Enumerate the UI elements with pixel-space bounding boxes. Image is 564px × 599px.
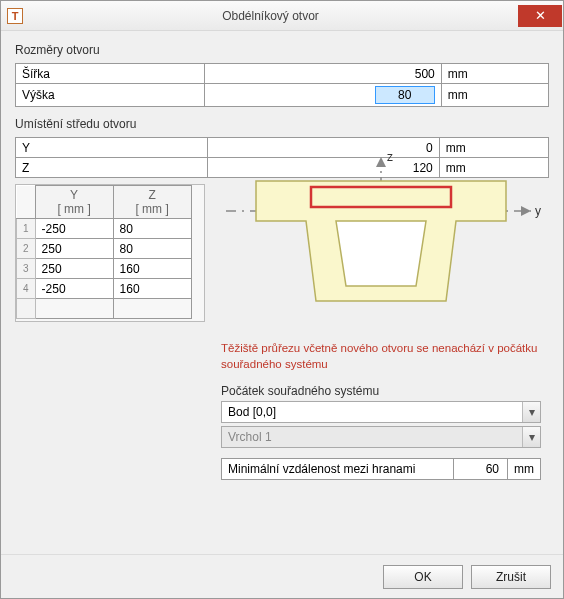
row-num bbox=[17, 299, 36, 319]
coord-header-y: Y [ mm ] bbox=[35, 186, 113, 219]
cell-y[interactable]: -250 bbox=[35, 219, 113, 239]
table-empty-row[interactable] bbox=[17, 299, 192, 319]
height-row: Výška mm bbox=[16, 84, 549, 107]
height-value-cell[interactable] bbox=[204, 84, 441, 107]
chevron-down-icon: ▾ bbox=[522, 427, 540, 447]
table-row[interactable]: 4 -250 160 bbox=[17, 279, 192, 299]
dimensions-section-label: Rozměry otvoru bbox=[15, 43, 549, 57]
width-input[interactable] bbox=[211, 67, 435, 81]
cell-z[interactable]: 80 bbox=[113, 219, 191, 239]
vertex-combo-value: Vrchol 1 bbox=[222, 430, 522, 444]
origin-combo-value: Bod [0,0] bbox=[222, 405, 522, 419]
close-icon: ✕ bbox=[535, 8, 546, 23]
chevron-down-icon: ▾ bbox=[522, 402, 540, 422]
cancel-button[interactable]: Zrušit bbox=[471, 565, 551, 589]
width-value-cell[interactable] bbox=[204, 64, 441, 84]
cell-y[interactable]: 250 bbox=[35, 239, 113, 259]
svg-marker-3 bbox=[376, 157, 386, 167]
dimensions-table: Šířka mm Výška mm bbox=[15, 63, 549, 107]
table-row[interactable]: 1 -250 80 bbox=[17, 219, 192, 239]
height-input[interactable] bbox=[375, 86, 435, 104]
window-title: Obdélníkový otvor bbox=[23, 9, 518, 23]
app-icon: T bbox=[7, 8, 23, 24]
cell-z[interactable]: 160 bbox=[113, 259, 191, 279]
width-row: Šířka mm bbox=[16, 64, 549, 84]
axis-z-label: z bbox=[387, 151, 393, 164]
center-y-label: Y bbox=[16, 138, 208, 158]
cell-y[interactable] bbox=[35, 299, 113, 319]
coord-table-wrap: Y [ mm ] Z [ mm ] 1 -250 80 2 250 8 bbox=[15, 184, 205, 322]
diagram-svg: y z bbox=[221, 151, 541, 331]
cell-z[interactable]: 160 bbox=[113, 279, 191, 299]
coord-header-z: Z [ mm ] bbox=[113, 186, 191, 219]
center-z-label: Z bbox=[16, 158, 208, 178]
ok-button[interactable]: OK bbox=[383, 565, 463, 589]
min-dist-label: Minimální vzdálenost mezi hranami bbox=[222, 459, 454, 480]
content-area: Rozměry otvoru Šířka mm Výška mm Umístěn… bbox=[1, 31, 563, 554]
warning-text: Těžiště průřezu včetně nového otvoru se … bbox=[221, 341, 545, 372]
cell-z[interactable] bbox=[113, 299, 191, 319]
height-unit: mm bbox=[441, 84, 548, 107]
row-num: 4 bbox=[17, 279, 36, 299]
origin-label: Počátek souřadného systému bbox=[221, 384, 545, 398]
cell-y[interactable]: -250 bbox=[35, 279, 113, 299]
cell-y[interactable]: 250 bbox=[35, 259, 113, 279]
min-dist-value-cell[interactable] bbox=[454, 459, 508, 480]
width-label: Šířka bbox=[16, 64, 205, 84]
width-unit: mm bbox=[441, 64, 548, 84]
min-dist-table: Minimální vzdálenost mezi hranami mm bbox=[221, 458, 541, 480]
coord-table[interactable]: Y [ mm ] Z [ mm ] 1 -250 80 2 250 8 bbox=[16, 185, 192, 319]
section-diagram: y z bbox=[221, 151, 541, 331]
row-num: 3 bbox=[17, 259, 36, 279]
cell-z[interactable]: 80 bbox=[113, 239, 191, 259]
table-row[interactable]: 2 250 80 bbox=[17, 239, 192, 259]
axis-y-label: y bbox=[535, 204, 541, 218]
dialog-footer: OK Zrušit bbox=[1, 554, 563, 598]
coord-corner bbox=[17, 186, 36, 219]
titlebar: T Obdélníkový otvor ✕ bbox=[1, 1, 563, 31]
svg-marker-1 bbox=[521, 206, 531, 216]
close-button[interactable]: ✕ bbox=[518, 5, 562, 27]
origin-combo[interactable]: Bod [0,0] ▾ bbox=[221, 401, 541, 423]
min-dist-input[interactable] bbox=[460, 461, 501, 477]
center-section-label: Umístění středu otvoru bbox=[15, 117, 549, 131]
row-num: 2 bbox=[17, 239, 36, 259]
height-label: Výška bbox=[16, 84, 205, 107]
table-row[interactable]: 3 250 160 bbox=[17, 259, 192, 279]
right-column: y z Těžiště průřezu včetně nového otvoru… bbox=[221, 151, 545, 480]
vertex-combo: Vrchol 1 ▾ bbox=[221, 426, 541, 448]
min-dist-unit: mm bbox=[508, 459, 541, 480]
row-num: 1 bbox=[17, 219, 36, 239]
dialog-window: T Obdélníkový otvor ✕ Rozměry otvoru Šíř… bbox=[0, 0, 564, 599]
